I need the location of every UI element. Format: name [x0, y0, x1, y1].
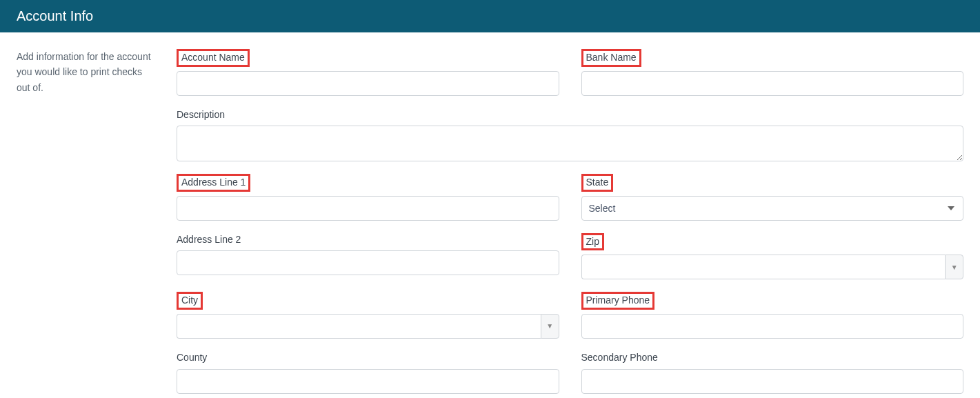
state-group: State Select [581, 174, 964, 221]
secondary-phone-group: Secondary Phone [581, 351, 964, 394]
account-name-label: Account Name [177, 49, 250, 67]
primary-phone-group: Primary Phone [581, 292, 964, 339]
state-label: State [581, 174, 614, 192]
chevron-down-icon: ▼ [546, 322, 553, 330]
address-line-2-input[interactable] [177, 250, 559, 275]
description-label: Description [177, 108, 963, 122]
page-title: Account Info [17, 8, 93, 23]
content-area: Add information for the account you woul… [0, 32, 980, 398]
bank-name-group: Bank Name [581, 49, 964, 96]
county-group: County [177, 351, 559, 394]
description-group: Description [177, 108, 963, 162]
address-line-2-label: Address Line 2 [177, 233, 559, 247]
bank-name-label: Bank Name [581, 49, 641, 67]
account-name-input[interactable] [177, 71, 559, 96]
zip-group: Zip ▼ [581, 233, 964, 280]
primary-phone-input[interactable] [581, 314, 964, 339]
address-line-1-input[interactable] [177, 196, 559, 221]
address-line-1-label: Address Line 1 [177, 174, 250, 192]
city-label: City [177, 292, 203, 310]
account-name-group: Account Name [177, 49, 559, 96]
chevron-down-icon: ▼ [951, 263, 958, 271]
city-dropdown-button[interactable]: ▼ [541, 314, 559, 339]
address-line-1-group: Address Line 1 [177, 174, 559, 221]
primary-phone-label: Primary Phone [581, 292, 655, 310]
bank-name-input[interactable] [581, 71, 964, 96]
secondary-phone-label: Secondary Phone [581, 351, 964, 365]
zip-label: Zip [581, 233, 604, 251]
form-area: Account Name Bank Name Description Addre… [177, 49, 963, 398]
zip-input[interactable] [581, 255, 946, 279]
secondary-phone-input[interactable] [581, 369, 964, 394]
city-input[interactable] [177, 314, 541, 339]
county-label: County [177, 351, 559, 365]
description-input[interactable] [177, 126, 963, 161]
county-input[interactable] [177, 369, 559, 394]
city-group: City ▼ [177, 292, 559, 339]
zip-dropdown-button[interactable]: ▼ [945, 255, 963, 279]
state-select[interactable]: Select [581, 196, 964, 221]
sidebar-description: Add information for the account you woul… [17, 49, 154, 398]
address-line-2-group: Address Line 2 [177, 233, 559, 280]
page-header: Account Info [0, 0, 980, 32]
